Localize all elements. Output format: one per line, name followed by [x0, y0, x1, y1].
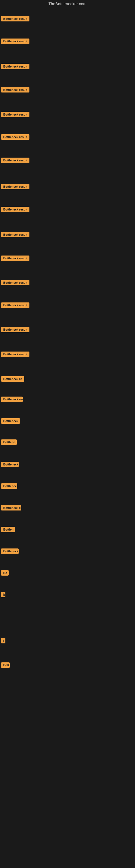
bottleneck-badge-18: Bottlene — [1, 439, 17, 445]
bottleneck-badge-25: b — [1, 592, 5, 597]
bottleneck-badge-3: Bottleneck result — [1, 87, 30, 93]
bottleneck-badge-9: Bottleneck result — [1, 232, 30, 237]
bottleneck-badge-11: Bottleneck result — [1, 280, 30, 285]
bottleneck-badge-14: Bottleneck result — [1, 351, 30, 357]
bottleneck-badge-10: Bottleneck result — [1, 255, 30, 261]
bottleneck-badge-12: Bottleneck result — [1, 303, 30, 308]
bottleneck-badge-13: Bottleneck result — [1, 327, 30, 332]
bottleneck-badge-7: Bottleneck result — [1, 184, 30, 189]
bottleneck-badge-27: I — [1, 638, 5, 643]
bottleneck-badge-17: Bottleneck — [1, 418, 20, 424]
bottleneck-badge-23: Bottleneck — [1, 549, 18, 554]
bottleneck-badge-2: Bottleneck result — [1, 64, 30, 69]
bottleneck-badge-16: Bottleneck resul — [1, 397, 23, 402]
bottleneck-badge-5: Bottleneck result — [1, 134, 30, 140]
bottleneck-badge-15: Bottleneck re — [1, 376, 24, 382]
bottleneck-badge-8: Bottleneck result — [1, 207, 30, 212]
bottleneck-badge-4: Bottleneck result — [1, 112, 30, 117]
bottleneck-badge-6: Bottleneck result — [1, 158, 30, 163]
bottleneck-badge-22: Bottlen — [1, 527, 15, 532]
bottleneck-badge-20: Bottlenec — [1, 484, 17, 489]
site-header: TheBottlenecker.com — [0, 0, 135, 9]
bottleneck-badge-28: Bott — [1, 662, 10, 668]
bottleneck-badge-19: Bottleneck r — [1, 462, 18, 467]
bottleneck-badge-0: Bottleneck result — [1, 16, 30, 22]
bottleneck-badge-1: Bottleneck result — [1, 38, 30, 44]
bottleneck-badge-24: Bo — [1, 570, 9, 576]
bottleneck-badge-21: Bottleneck re — [1, 505, 21, 510]
site-title: TheBottlenecker.com — [0, 0, 135, 9]
